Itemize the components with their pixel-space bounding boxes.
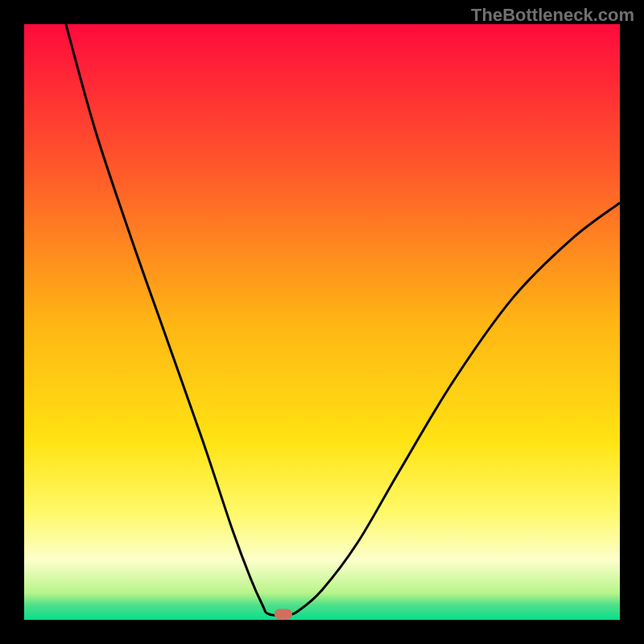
chart-frame bbox=[24, 24, 620, 620]
gradient-background bbox=[24, 24, 620, 620]
watermark-text: TheBottleneck.com bbox=[471, 5, 634, 26]
marker-point bbox=[275, 609, 292, 620]
bottleneck-chart bbox=[24, 24, 620, 620]
